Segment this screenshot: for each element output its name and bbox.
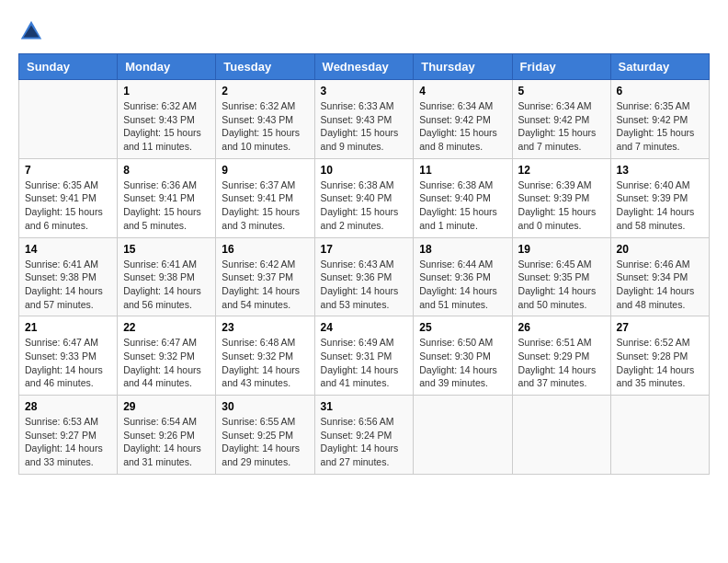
- day-cell: 18Sunrise: 6:44 AMSunset: 9:36 PMDayligh…: [414, 237, 512, 316]
- day-number: 25: [419, 321, 506, 334]
- day-cell: 3Sunrise: 6:33 AMSunset: 9:43 PMDaylight…: [314, 80, 414, 159]
- day-cell: 11Sunrise: 6:38 AMSunset: 9:40 PMDayligh…: [414, 158, 512, 237]
- day-number: 3: [321, 85, 408, 98]
- day-info: Sunrise: 6:52 AMSunset: 9:28 PMDaylight:…: [617, 336, 703, 390]
- day-info: Sunrise: 6:49 AMSunset: 9:31 PMDaylight:…: [321, 336, 408, 390]
- calendar-table: SundayMondayTuesdayWednesdayThursdayFrid…: [18, 53, 710, 475]
- day-info: Sunrise: 6:38 AMSunset: 9:40 PMDaylight:…: [321, 178, 408, 233]
- day-cell: 16Sunrise: 6:42 AMSunset: 9:37 PMDayligh…: [216, 237, 314, 316]
- day-cell: 27Sunrise: 6:52 AMSunset: 9:28 PMDayligh…: [610, 316, 709, 396]
- day-number: 26: [518, 321, 605, 334]
- day-cell: 4Sunrise: 6:34 AMSunset: 9:42 PMDaylight…: [414, 80, 512, 159]
- day-cell: 24Sunrise: 6:49 AMSunset: 9:31 PMDayligh…: [314, 316, 414, 396]
- day-number: 30: [222, 400, 308, 413]
- day-number: 11: [419, 164, 506, 177]
- day-info: Sunrise: 6:53 AMSunset: 9:27 PMDaylight:…: [25, 415, 111, 469]
- column-header-monday: Monday: [118, 54, 216, 80]
- day-number: 14: [25, 243, 111, 256]
- day-info: Sunrise: 6:32 AMSunset: 9:43 PMDaylight:…: [123, 99, 210, 154]
- week-row-4: 21Sunrise: 6:47 AMSunset: 9:33 PMDayligh…: [19, 316, 710, 396]
- day-cell: 8Sunrise: 6:36 AMSunset: 9:41 PMDaylight…: [118, 158, 216, 237]
- day-info: Sunrise: 6:41 AMSunset: 9:38 PMDaylight:…: [123, 258, 210, 312]
- day-number: 24: [321, 321, 408, 334]
- day-number: 19: [518, 243, 605, 256]
- day-cell: 26Sunrise: 6:51 AMSunset: 9:29 PMDayligh…: [512, 316, 610, 396]
- day-number: 2: [222, 85, 308, 98]
- logo-icon: [18, 18, 44, 44]
- day-info: Sunrise: 6:34 AMSunset: 9:42 PMDaylight:…: [419, 99, 506, 154]
- day-cell: 31Sunrise: 6:56 AMSunset: 9:24 PMDayligh…: [314, 396, 414, 475]
- day-info: Sunrise: 6:47 AMSunset: 9:33 PMDaylight:…: [25, 336, 111, 390]
- day-number: 4: [419, 85, 506, 98]
- day-cell: 19Sunrise: 6:45 AMSunset: 9:35 PMDayligh…: [512, 237, 610, 316]
- day-info: Sunrise: 6:40 AMSunset: 9:39 PMDaylight:…: [617, 178, 703, 233]
- week-row-3: 14Sunrise: 6:41 AMSunset: 9:38 PMDayligh…: [19, 237, 710, 316]
- day-number: 23: [222, 321, 308, 334]
- day-cell: [512, 396, 610, 475]
- day-info: Sunrise: 6:32 AMSunset: 9:43 PMDaylight:…: [222, 99, 308, 154]
- column-header-thursday: Thursday: [414, 54, 512, 80]
- day-info: Sunrise: 6:36 AMSunset: 9:41 PMDaylight:…: [123, 178, 210, 233]
- day-info: Sunrise: 6:48 AMSunset: 9:32 PMDaylight:…: [222, 336, 308, 390]
- day-info: Sunrise: 6:42 AMSunset: 9:37 PMDaylight:…: [222, 258, 308, 312]
- day-cell: 15Sunrise: 6:41 AMSunset: 9:38 PMDayligh…: [118, 237, 216, 316]
- header: [18, 18, 710, 44]
- day-cell: 17Sunrise: 6:43 AMSunset: 9:36 PMDayligh…: [314, 237, 414, 316]
- header-row: SundayMondayTuesdayWednesdayThursdayFrid…: [19, 54, 710, 80]
- day-info: Sunrise: 6:54 AMSunset: 9:26 PMDaylight:…: [123, 415, 210, 469]
- day-number: 10: [321, 164, 408, 177]
- day-cell: [610, 396, 709, 475]
- day-cell: 30Sunrise: 6:55 AMSunset: 9:25 PMDayligh…: [216, 396, 314, 475]
- day-info: Sunrise: 6:56 AMSunset: 9:24 PMDaylight:…: [321, 415, 408, 469]
- day-cell: 22Sunrise: 6:47 AMSunset: 9:32 PMDayligh…: [118, 316, 216, 396]
- day-cell: 25Sunrise: 6:50 AMSunset: 9:30 PMDayligh…: [414, 316, 512, 396]
- day-number: 20: [617, 243, 703, 256]
- day-number: 27: [617, 321, 703, 334]
- day-number: 17: [321, 243, 408, 256]
- day-number: 29: [123, 400, 210, 413]
- day-info: Sunrise: 6:47 AMSunset: 9:32 PMDaylight:…: [123, 336, 210, 390]
- day-cell: 23Sunrise: 6:48 AMSunset: 9:32 PMDayligh…: [216, 316, 314, 396]
- day-number: 6: [617, 85, 703, 98]
- day-info: Sunrise: 6:46 AMSunset: 9:34 PMDaylight:…: [617, 258, 703, 312]
- day-cell: 28Sunrise: 6:53 AMSunset: 9:27 PMDayligh…: [19, 396, 118, 475]
- day-cell: 9Sunrise: 6:37 AMSunset: 9:41 PMDaylight…: [216, 158, 314, 237]
- day-info: Sunrise: 6:33 AMSunset: 9:43 PMDaylight:…: [321, 99, 408, 154]
- day-number: 7: [25, 164, 111, 177]
- column-header-tuesday: Tuesday: [216, 54, 314, 80]
- day-info: Sunrise: 6:44 AMSunset: 9:36 PMDaylight:…: [419, 258, 506, 312]
- day-info: Sunrise: 6:51 AMSunset: 9:29 PMDaylight:…: [518, 336, 605, 390]
- day-cell: 5Sunrise: 6:34 AMSunset: 9:42 PMDaylight…: [512, 80, 610, 159]
- day-number: 13: [617, 164, 703, 177]
- day-info: Sunrise: 6:37 AMSunset: 9:41 PMDaylight:…: [222, 178, 308, 233]
- day-cell: 1Sunrise: 6:32 AMSunset: 9:43 PMDaylight…: [118, 80, 216, 159]
- day-number: 8: [123, 164, 210, 177]
- day-cell: 21Sunrise: 6:47 AMSunset: 9:33 PMDayligh…: [19, 316, 118, 396]
- day-info: Sunrise: 6:50 AMSunset: 9:30 PMDaylight:…: [419, 336, 506, 390]
- day-cell: 20Sunrise: 6:46 AMSunset: 9:34 PMDayligh…: [610, 237, 709, 316]
- logo: [18, 18, 48, 44]
- day-number: 16: [222, 243, 308, 256]
- day-cell: 14Sunrise: 6:41 AMSunset: 9:38 PMDayligh…: [19, 237, 118, 316]
- column-header-sunday: Sunday: [19, 54, 118, 80]
- column-header-friday: Friday: [512, 54, 610, 80]
- day-number: 22: [123, 321, 210, 334]
- day-number: 15: [123, 243, 210, 256]
- day-cell: 10Sunrise: 6:38 AMSunset: 9:40 PMDayligh…: [314, 158, 414, 237]
- day-info: Sunrise: 6:34 AMSunset: 9:42 PMDaylight:…: [518, 99, 605, 154]
- day-cell: 6Sunrise: 6:35 AMSunset: 9:42 PMDaylight…: [610, 80, 709, 159]
- day-info: Sunrise: 6:35 AMSunset: 9:41 PMDaylight:…: [25, 178, 111, 233]
- day-number: 12: [518, 164, 605, 177]
- day-info: Sunrise: 6:55 AMSunset: 9:25 PMDaylight:…: [222, 415, 308, 469]
- day-cell: 13Sunrise: 6:40 AMSunset: 9:39 PMDayligh…: [610, 158, 709, 237]
- day-number: 9: [222, 164, 308, 177]
- day-number: 18: [419, 243, 506, 256]
- week-row-2: 7Sunrise: 6:35 AMSunset: 9:41 PMDaylight…: [19, 158, 710, 237]
- day-info: Sunrise: 6:43 AMSunset: 9:36 PMDaylight:…: [321, 258, 408, 312]
- column-header-saturday: Saturday: [610, 54, 709, 80]
- day-info: Sunrise: 6:41 AMSunset: 9:38 PMDaylight:…: [25, 258, 111, 312]
- day-info: Sunrise: 6:45 AMSunset: 9:35 PMDaylight:…: [518, 258, 605, 312]
- day-cell: 7Sunrise: 6:35 AMSunset: 9:41 PMDaylight…: [19, 158, 118, 237]
- day-cell: [19, 80, 118, 159]
- day-info: Sunrise: 6:35 AMSunset: 9:42 PMDaylight:…: [617, 99, 703, 154]
